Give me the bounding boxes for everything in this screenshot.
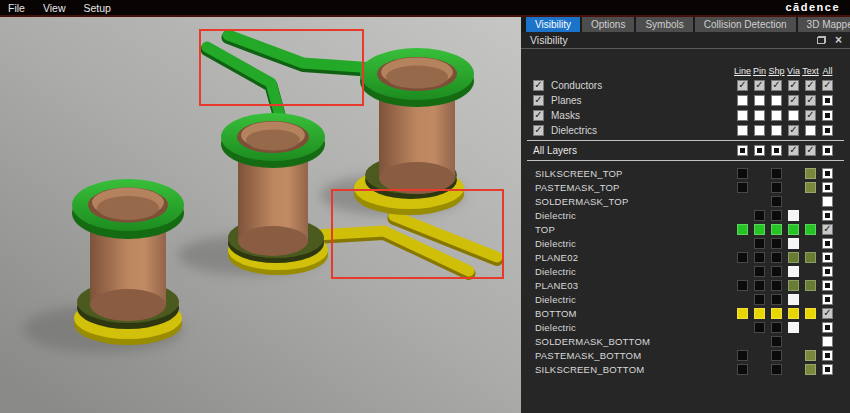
swatch-shp[interactable] [771, 182, 782, 193]
swatch-pin[interactable] [754, 280, 765, 291]
swatch-pin[interactable] [754, 294, 765, 305]
swatch-via[interactable] [788, 294, 799, 305]
column-header-shp[interactable]: Shp [768, 66, 785, 76]
swatch-text[interactable] [805, 308, 816, 319]
cell-checkbox-text[interactable] [805, 95, 816, 106]
tab-3d-mapper[interactable]: 3D Mapper [798, 17, 850, 32]
swatch-line[interactable] [737, 280, 748, 291]
swatch-via[interactable] [788, 308, 799, 319]
cell-checkbox-text[interactable] [805, 125, 816, 136]
cell-checkbox-all[interactable] [822, 80, 833, 91]
cell-checkbox-pin[interactable] [754, 145, 765, 156]
swatch-shp[interactable] [771, 224, 782, 235]
cell-checkbox-shp[interactable] [771, 110, 782, 121]
swatch-shp[interactable] [771, 266, 782, 277]
cell-checkbox-pin[interactable] [754, 110, 765, 121]
layer-all-checkbox[interactable] [822, 168, 833, 179]
cell-checkbox-line[interactable] [737, 110, 748, 121]
layer-all-checkbox[interactable] [822, 322, 833, 333]
swatch-via[interactable] [788, 266, 799, 277]
swatch-pin[interactable] [754, 210, 765, 221]
cell-checkbox-via[interactable] [788, 110, 799, 121]
swatch-line[interactable] [737, 350, 748, 361]
cell-checkbox-line[interactable] [737, 95, 748, 106]
cell-checkbox-shp[interactable] [771, 145, 782, 156]
swatch-shp[interactable] [771, 168, 782, 179]
swatch-text[interactable] [805, 280, 816, 291]
swatch-text[interactable] [805, 252, 816, 263]
cell-checkbox-all[interactable] [822, 95, 833, 106]
swatch-via[interactable] [788, 280, 799, 291]
swatch-via[interactable] [788, 322, 799, 333]
cell-checkbox-via[interactable] [788, 145, 799, 156]
swatch-shp[interactable] [771, 252, 782, 263]
layer-all-checkbox[interactable] [822, 350, 833, 361]
menu-item-file[interactable]: File [8, 2, 25, 14]
cell-checkbox-via[interactable] [788, 125, 799, 136]
swatch-shp[interactable] [771, 280, 782, 291]
swatch-shp[interactable] [771, 294, 782, 305]
column-header-via[interactable]: Via [785, 66, 802, 76]
category-checkbox[interactable] [533, 95, 544, 106]
cell-checkbox-line[interactable] [737, 125, 748, 136]
cell-checkbox-via[interactable] [788, 95, 799, 106]
column-header-pin[interactable]: Pin [751, 66, 768, 76]
swatch-shp[interactable] [771, 238, 782, 249]
column-header-text[interactable]: Text [802, 66, 819, 76]
cell-checkbox-pin[interactable] [754, 80, 765, 91]
layer-all-checkbox[interactable] [822, 196, 833, 207]
tab-options[interactable]: Options [582, 17, 634, 32]
cell-checkbox-text[interactable] [805, 80, 816, 91]
swatch-shp[interactable] [771, 308, 782, 319]
swatch-pin[interactable] [754, 224, 765, 235]
cell-checkbox-text[interactable] [805, 110, 816, 121]
column-header-line[interactable]: Line [734, 66, 751, 76]
tab-collision-detection[interactable]: Collision Detection [695, 17, 796, 32]
cell-checkbox-all[interactable] [822, 110, 833, 121]
layer-all-checkbox[interactable] [822, 308, 833, 319]
menu-item-view[interactable]: View [43, 2, 66, 14]
cell-checkbox-all[interactable] [822, 125, 833, 136]
swatch-via[interactable] [788, 238, 799, 249]
cell-checkbox-text[interactable] [805, 145, 816, 156]
layer-all-checkbox[interactable] [822, 210, 833, 221]
float-panel-icon[interactable] [817, 36, 826, 44]
layer-all-checkbox[interactable] [822, 182, 833, 193]
cell-checkbox-shp[interactable] [771, 80, 782, 91]
cell-checkbox-line[interactable] [737, 80, 748, 91]
swatch-pin[interactable] [754, 308, 765, 319]
swatch-shp[interactable] [771, 364, 782, 375]
swatch-shp[interactable] [771, 350, 782, 361]
swatch-via[interactable] [788, 252, 799, 263]
category-checkbox[interactable] [533, 80, 544, 91]
3d-canvas[interactable] [0, 17, 521, 413]
swatch-via[interactable] [788, 224, 799, 235]
layer-all-checkbox[interactable] [822, 224, 833, 235]
layer-all-checkbox[interactable] [822, 266, 833, 277]
category-checkbox[interactable] [533, 125, 544, 136]
swatch-pin[interactable] [754, 238, 765, 249]
layer-all-checkbox[interactable] [822, 252, 833, 263]
swatch-shp[interactable] [771, 196, 782, 207]
column-header-all[interactable]: All [819, 66, 836, 76]
swatch-pin[interactable] [754, 266, 765, 277]
swatch-pin[interactable] [754, 252, 765, 263]
swatch-text[interactable] [805, 182, 816, 193]
swatch-line[interactable] [737, 168, 748, 179]
tab-visibility[interactable]: Visibility [526, 17, 580, 32]
cell-checkbox-via[interactable] [788, 80, 799, 91]
category-checkbox[interactable] [533, 110, 544, 121]
cell-checkbox-shp[interactable] [771, 125, 782, 136]
menu-item-setup[interactable]: Setup [84, 2, 111, 14]
cell-checkbox-pin[interactable] [754, 95, 765, 106]
layer-all-checkbox[interactable] [822, 280, 833, 291]
swatch-text[interactable] [805, 224, 816, 235]
close-icon[interactable]: × [835, 35, 842, 45]
swatch-line[interactable] [737, 364, 748, 375]
cell-checkbox-all[interactable] [822, 145, 833, 156]
tab-symbols[interactable]: Symbols [636, 17, 692, 32]
layer-all-checkbox[interactable] [822, 238, 833, 249]
swatch-line[interactable] [737, 182, 748, 193]
swatch-shp[interactable] [771, 210, 782, 221]
cell-checkbox-pin[interactable] [754, 125, 765, 136]
